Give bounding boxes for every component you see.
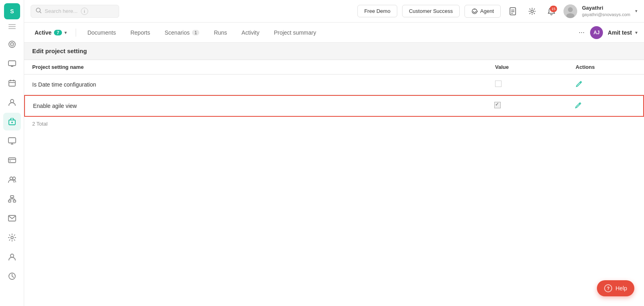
sidebar-item-analytics[interactable] [3, 35, 21, 53]
tab-activity[interactable]: Activity [235, 27, 266, 38]
scenarios-count-badge: 1 [192, 30, 199, 35]
section-title: Edit project setting [32, 48, 87, 54]
row-2-edit-icon[interactable] [575, 103, 582, 110]
sidebar-item-settings[interactable] [3, 229, 21, 246]
sidebar-item-calendar[interactable] [3, 74, 21, 92]
row-1-value-cell [495, 81, 576, 89]
more-options-button[interactable]: ··· [575, 26, 588, 39]
row-1-edit-icon[interactable] [576, 82, 583, 89]
svg-point-26 [12, 177, 15, 180]
agent-button[interactable]: Agent [464, 5, 501, 18]
active-count-badge: 7 [54, 30, 62, 35]
active-dropdown-caret[interactable]: ▾ [64, 30, 67, 35]
svg-text:S: S [10, 8, 14, 14]
sidebar-item-team[interactable] [3, 171, 21, 188]
project-avatar-initials: AJ [593, 30, 599, 35]
svg-point-52 [566, 13, 574, 18]
svg-point-25 [10, 177, 12, 180]
svg-rect-28 [8, 200, 11, 202]
sidebar-item-profile[interactable] [3, 248, 21, 266]
user-dropdown-arrow[interactable]: ▾ [635, 8, 638, 14]
settings-table: Project setting name Value Actions Is Da… [24, 60, 644, 131]
top-navbar: Search here... i Free Demo Customer Succ… [24, 0, 644, 23]
tab-runs[interactable]: Runs [207, 27, 233, 38]
tab-scenarios[interactable]: Scenarios 1 [158, 27, 206, 38]
row-2-checkbox[interactable] [494, 102, 501, 108]
project-user-avatar: AJ [590, 26, 603, 39]
sidebar-item-projects[interactable] [3, 113, 21, 130]
svg-point-7 [12, 44, 12, 45]
secondary-navbar: Active 7 ▾ Documents Reports Scenarios 1… [24, 23, 644, 43]
settings-icon-button[interactable] [525, 4, 539, 19]
tab-project-summary[interactable]: Project summary [267, 27, 322, 38]
free-demo-button[interactable]: Free Demo [357, 5, 397, 17]
svg-rect-4 [8, 28, 16, 29]
user-name: Gayathri [582, 5, 630, 12]
tab-reports-label: Reports [130, 29, 150, 36]
svg-rect-22 [8, 158, 16, 163]
project-name: Amit test [608, 29, 632, 36]
tab-reports[interactable]: Reports [124, 27, 157, 38]
tab-documents[interactable]: Documents [81, 27, 122, 38]
svg-point-36 [10, 254, 14, 257]
help-button[interactable]: ? Help [597, 280, 634, 296]
sidebar-item-org[interactable] [3, 190, 21, 208]
sidebar-item-user[interactable] [3, 93, 21, 111]
tab-documents-label: Documents [87, 29, 116, 36]
row-2-name: Enable agile view [33, 103, 494, 109]
nav-divider [76, 29, 76, 37]
user-avatar[interactable] [564, 4, 577, 18]
active-filter[interactable]: Active 7 ▾ [31, 27, 71, 38]
col-header-actions: Actions [576, 64, 636, 70]
sidebar-item-tv[interactable] [3, 55, 21, 72]
tab-project-summary-label: Project summary [274, 29, 316, 36]
tab-runs-label: Runs [214, 29, 227, 36]
table-total: 2 Total [24, 117, 644, 131]
table-row: Is Date time configuration [24, 74, 644, 95]
app-logo[interactable]: S [4, 3, 20, 19]
svg-rect-27 [10, 196, 14, 198]
user-info: Gayathri gayathri@snovasys.com [582, 5, 630, 17]
svg-rect-24 [9, 161, 11, 161]
search-info-icon[interactable]: i [81, 8, 88, 15]
sidebar: S [0, 0, 24, 306]
project-dropdown-arrow[interactable]: ▾ [635, 30, 638, 35]
search-box[interactable]: Search here... i [31, 5, 119, 18]
active-label: Active [35, 29, 52, 36]
row-2-value-cell [494, 102, 575, 110]
svg-line-39 [12, 276, 14, 277]
document-icon-button[interactable] [506, 4, 520, 19]
svg-line-41 [40, 12, 41, 13]
row-1-actions-cell [576, 80, 636, 89]
svg-rect-3 [8, 26, 16, 27]
sidebar-item-billing[interactable] [3, 151, 21, 169]
search-placeholder: Search here... [45, 8, 78, 14]
table-header: Project setting name Value Actions [24, 60, 644, 74]
sidebar-item-clock[interactable] [3, 267, 21, 285]
svg-rect-29 [13, 200, 16, 202]
svg-point-35 [11, 236, 13, 239]
svg-rect-2 [8, 24, 16, 25]
help-circle-icon: ? [604, 284, 612, 292]
user-email: gayathri@snovasys.com [582, 12, 630, 17]
row-1-checkbox[interactable] [495, 81, 502, 87]
svg-rect-8 [8, 61, 16, 66]
section-header: Edit project setting [24, 43, 644, 60]
svg-point-51 [568, 7, 573, 12]
help-label: Help [615, 285, 627, 292]
sidebar-item-monitor[interactable] [3, 132, 21, 150]
sidebar-expand-icon[interactable] [6, 23, 18, 31]
customer-success-button[interactable]: Customer Success [402, 5, 460, 17]
col-header-name: Project setting name [32, 64, 495, 70]
content-area: Edit project setting Project setting nam… [24, 43, 644, 306]
search-icon [36, 8, 41, 14]
notification-count-badge: 15 [550, 6, 557, 12]
row-1-name: Is Date time configuration [32, 81, 495, 88]
svg-rect-19 [8, 138, 16, 143]
svg-point-49 [531, 10, 533, 12]
svg-rect-11 [9, 81, 15, 86]
notification-icon-button[interactable]: 15 [544, 4, 559, 19]
sidebar-item-mail[interactable] [3, 209, 21, 227]
tab-activity-label: Activity [242, 29, 259, 36]
col-header-value: Value [495, 64, 576, 70]
